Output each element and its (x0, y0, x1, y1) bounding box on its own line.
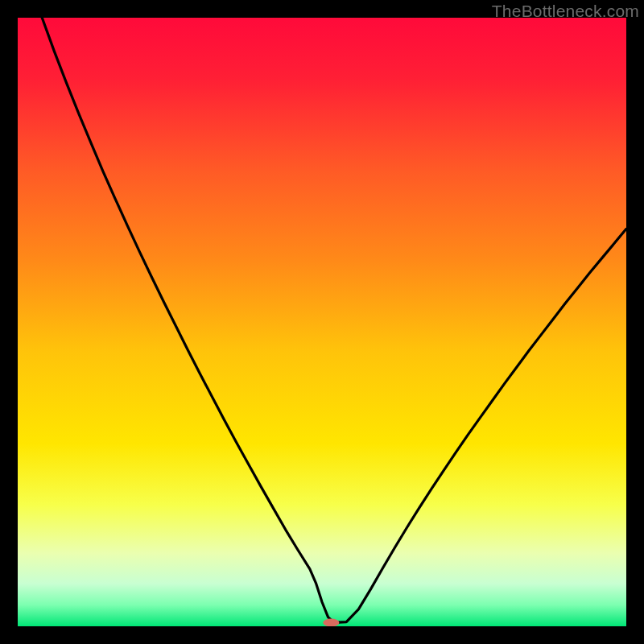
chart-svg (18, 18, 626, 626)
watermark-text: TheBottleneck.com (492, 2, 639, 21)
optimum-marker (323, 618, 339, 626)
chart-background-gradient (18, 18, 626, 626)
bottleneck-chart (18, 18, 626, 626)
